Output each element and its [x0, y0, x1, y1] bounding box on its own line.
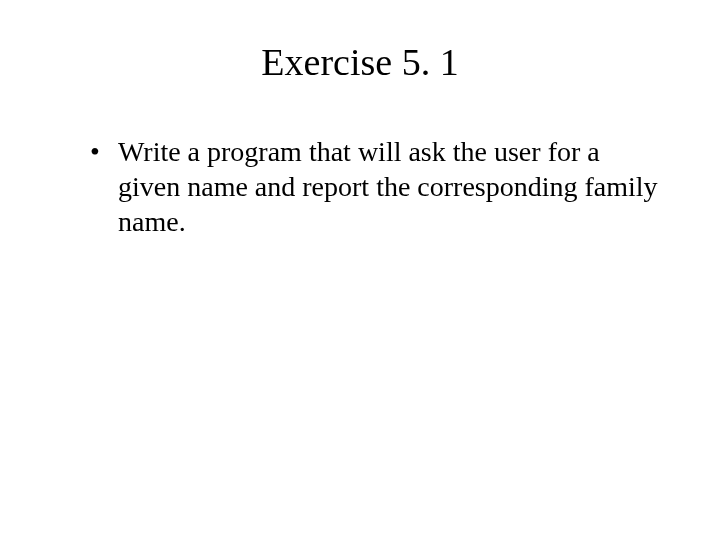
bullet-list: Write a program that will ask the user f… [90, 134, 660, 239]
list-item: Write a program that will ask the user f… [90, 134, 660, 239]
slide-body: Write a program that will ask the user f… [0, 114, 720, 239]
slide-title: Exercise 5. 1 [0, 0, 720, 114]
slide: Exercise 5. 1 Write a program that will … [0, 0, 720, 540]
